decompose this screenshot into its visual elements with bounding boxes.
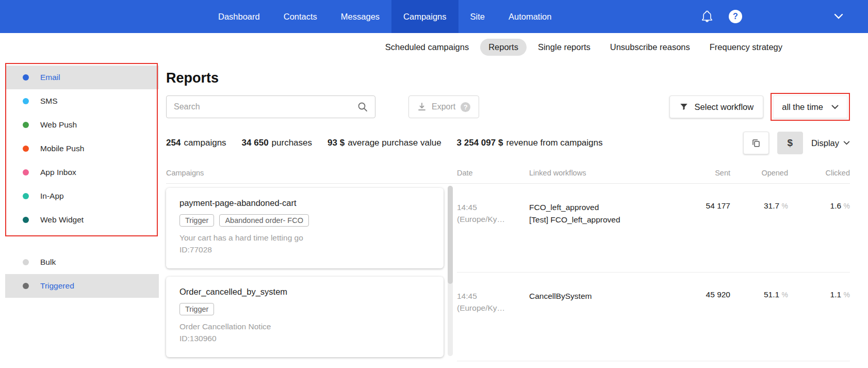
controls-right: Select workflow all the time [669,93,850,121]
mobile-push-channel-dot [23,146,29,152]
nav-item-campaigns[interactable]: Campaigns [391,0,458,33]
campaign-subject: Order Cancellation Notice [179,322,430,331]
select-workflow-button[interactable]: Select workflow [669,95,764,118]
scrollbar-thumb[interactable] [448,186,453,284]
stat-label: revenue from campaigns [506,138,602,148]
export-help-icon[interactable]: ? [461,102,470,112]
sidebar-item-email[interactable]: Email [5,66,159,89]
table-header: Campaigns Date Linked workflows Sent Ope… [166,169,850,184]
help-icon[interactable]: ? [729,10,742,23]
search-box [166,95,375,118]
reports-main: Reports Export ? [159,61,868,368]
subnav-scheduled-campaigns[interactable]: Scheduled campaigns [377,39,477,56]
campaign-card[interactable]: payment-page-abandoned-cart Trigger Aban… [166,188,444,268]
top-navigation-bar: Dashboard Contacts Messages Campaigns Si… [0,0,868,33]
sidebar-item-label: SMS [40,97,58,106]
sidebar-item-bulk[interactable]: Bulk [5,250,159,274]
nav-item-site[interactable]: Site [458,0,497,33]
tag-row: Trigger [179,303,430,315]
stat-label: average purchase value [348,138,441,148]
annotation-box-time-filter: all the time [771,93,850,121]
linked-workflow: CancellBySystem [529,290,684,302]
sidebar-item-web-widget[interactable]: Web Widget [5,208,159,232]
stat-label: purchases [272,138,312,148]
opened-value: 51.1 [764,290,779,299]
subnav-single-reports[interactable]: Single reports [530,39,599,56]
nav-item-messages[interactable]: Messages [329,0,391,33]
nav-item-contacts[interactable]: Contacts [272,0,329,33]
channel-group: Email SMS Web Push Mobile Push App Inbox… [0,66,159,232]
table-row: Order_cancelled_by_system Trigger Order … [166,273,850,361]
nav-item-dashboard[interactable]: Dashboard [206,0,272,33]
linked-workflow: [Test] FCO_left_approved [529,214,684,226]
sidebar-item-web-push[interactable]: Web Push [5,113,159,137]
row-date-time: 14:45 [457,201,529,213]
app-inbox-channel-dot [23,169,29,175]
search-input[interactable] [174,102,357,111]
sidebar-item-mobile-push[interactable]: Mobile Push [5,137,159,161]
table-body: payment-page-abandoned-cart Trigger Aban… [166,184,850,361]
campaign-card[interactable]: Order_cancelled_by_system Trigger Order … [166,277,444,357]
campaign-subject: Your cart has a hard time letting go [179,233,430,243]
column-header-opened: Opened [730,169,788,177]
topbar-right-icons: ? [701,0,868,33]
campaign-name: Order_cancelled_by_system [179,287,430,297]
subnav-frequency-strategy[interactable]: Frequency strategy [701,39,791,56]
sidebar-item-label: Triggered [40,281,74,291]
tag-trigger: Trigger [179,303,214,315]
opened-value: 31.7 [764,201,779,210]
stats-row: 254campaigns 34 650purchases 93 $average… [166,132,850,154]
clicked-value: 1.6 [830,201,842,210]
page-title: Reports [166,70,850,86]
notifications-bell-icon[interactable] [701,10,713,23]
sidebar-item-label: Web Widget [40,215,84,225]
account-menu-chevron-icon[interactable] [834,13,843,20]
campaign-list-scrollbar[interactable] [448,186,453,356]
copy-button[interactable] [743,132,769,154]
channel-sidebar: Email SMS Web Push Mobile Push App Inbox… [0,61,159,368]
campaign-type-group: Bulk Triggered [0,250,159,298]
sidebar-item-label: App Inbox [40,168,76,177]
row-date-timezone: (Europe/Ky… [457,213,529,225]
sidebar-item-triggered[interactable]: Triggered [5,274,159,298]
sidebar-item-label: Email [40,73,60,82]
row-date-time: 14:45 [457,290,529,302]
subnav-reports[interactable]: Reports [480,39,527,56]
search-icon[interactable] [357,102,368,112]
time-filter-value: all the time [782,102,823,112]
sidebar-item-sms[interactable]: SMS [5,89,159,113]
sidebar-item-label: Web Push [40,120,77,130]
bulk-type-dot [23,259,29,265]
opened-unit: % [782,291,788,299]
tag-abandoned-order: Abandoned order- FCO [219,214,309,227]
nav-item-automation[interactable]: Automation [497,0,563,33]
clicked-value: 1.1 [830,290,842,299]
funnel-icon [679,102,689,111]
email-channel-dot [23,74,29,81]
table-row: payment-page-abandoned-cart Trigger Aban… [166,184,850,273]
chevron-down-icon [831,105,839,109]
subnav-unsubscribe-reasons[interactable]: Unsubscribe reasons [602,39,698,56]
stat-label: campaigns [184,138,226,148]
stat-value: 3 254 097 $ [457,138,503,148]
sidebar-item-label: Mobile Push [40,144,84,153]
clicked-unit: % [844,291,850,299]
tag-row: Trigger Abandoned order- FCO [179,214,430,227]
display-dropdown[interactable]: Display [811,138,850,148]
export-button[interactable]: Export ? [408,95,479,118]
display-controls: $ Display [743,132,850,154]
row-details: 14:45 (Europe/Ky… CancellBySystem 45 920… [457,273,850,361]
sidebar-item-label: Bulk [40,258,56,267]
stat-purchases: 34 650purchases [242,138,312,148]
row-date-timezone: (Europe/Ky… [457,302,529,314]
triggered-type-dot [23,283,29,289]
currency-toggle-button[interactable]: $ [777,132,803,154]
opened-unit: % [782,202,788,210]
column-header-campaigns: Campaigns [166,169,445,177]
sidebar-item-app-inbox[interactable]: App Inbox [5,161,159,184]
export-label: Export [432,102,455,111]
campaign-id: ID:77028 [179,245,430,254]
time-filter-dropdown[interactable]: all the time [773,95,847,118]
stat-average-purchase: 93 $average purchase value [327,138,441,148]
sidebar-item-in-app[interactable]: In-App [5,184,159,208]
